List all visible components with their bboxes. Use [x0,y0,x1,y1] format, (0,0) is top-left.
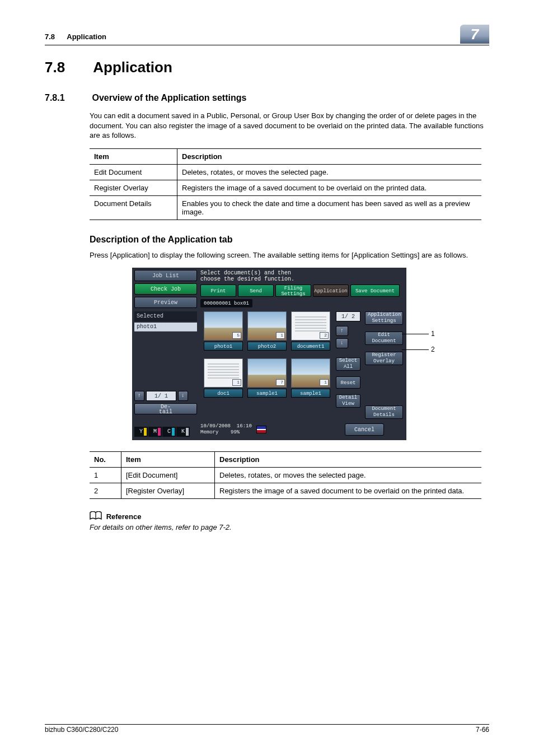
numbered-description-table: No. Item Description 1 [Edit Document] D… [90,451,481,499]
language-flag-icon[interactable] [256,426,266,433]
table1-r3-c2: Enables you to check the date and time a… [177,195,482,220]
thumb-caption: photo2 [247,342,287,351]
thumb-photo2[interactable]: 1 photo2 [247,311,287,354]
tab-application[interactable]: Application [313,284,349,297]
table1-head-desc: Description [177,148,482,164]
callout-1: 1 [431,330,435,338]
table2-r2-c1: 2 [90,483,121,499]
table1-r1-c2: Deletes, rotates, or moves the selected … [177,164,482,180]
thumb-document1[interactable]: 2 document1 [291,311,330,354]
thumb-count: 1 [232,379,241,386]
para-app-tab: Press [Application] to display the follo… [90,250,489,260]
side-page-indicator: 1/ 1 [146,391,176,401]
reference-body: For details on other items, refer to pag… [90,523,489,531]
thumbnail-grid: 5 photo1 1 photo2 2 document1 1 doc1 7 [204,311,330,401]
table-row: Register Overlay Registers the image of … [90,180,481,195]
side-pager: ↑ 1/ 1 ↓ [134,391,197,401]
status-memory-value: 99% [231,430,240,435]
table-row: 2 [Register Overlay] Registers the image… [90,483,481,499]
tab-filing-settings[interactable]: Filing Settings [275,284,311,297]
thumb-sample1b[interactable]: 1 sample1 [291,358,330,401]
table1-r2-c2: Registers the image of a saved document … [177,180,482,195]
thumb-count: 1 [276,332,285,339]
title-number: 7.8 [45,59,90,76]
register-overlay-button[interactable]: Register Overlay [365,352,403,365]
detail-view-button[interactable]: Detail View [336,394,360,408]
tab-send[interactable]: Send [238,284,274,297]
application-settings-button[interactable]: Application Settings [365,311,403,325]
thumb-count: 5 [232,332,241,339]
toner-k-icon: K [176,427,190,437]
page-title: 7.8 Application [45,59,489,76]
check-job-button[interactable]: Check Job [134,283,197,295]
right-sidebar: 1/ 2 ↑ ↓ Select All Reset Detail View Ap… [336,311,403,422]
grid-up-button[interactable]: ↑ [336,326,348,336]
table2-head-item: Item [121,452,215,468]
toner-m-icon: M [148,427,162,437]
left-sidebar: Job List Check Job Preview Selected Docu… [134,270,197,414]
footer-left: bizhub C360/C280/C220 [45,726,118,734]
page-header: 7.8 Application 7 [45,29,489,45]
book-icon [90,511,102,522]
thumb-caption: sample1 [291,389,330,398]
instruction-text: Select document(s) and then choose the d… [200,270,294,282]
header-section-name: Application [67,32,106,41]
chapter-badge: 7 [460,25,489,44]
page-up-button[interactable]: ↑ [134,391,144,401]
table1-r1-c1: Edit Document [90,164,177,180]
grid-page-indicator: 1/ 2 [336,311,360,321]
selected-documents-label: Selected Documents [134,311,197,321]
status-memory-label: Memory [200,430,218,435]
subsection-text: Overview of the Application settings [92,93,246,102]
item-description-table: Item Description Edit Document Deletes, … [90,148,481,220]
thumb-doc1[interactable]: 1 doc1 [204,358,243,401]
table2-head-no: No. [90,452,121,468]
subheading-app-tab: Description of the Application tab [90,235,489,245]
thumb-sample1a[interactable]: 7 sample1 [247,358,287,401]
grid-down-button[interactable]: ↓ [336,338,348,348]
thumb-caption: photo1 [204,342,243,351]
toner-c-icon: C [162,427,176,437]
thumb-caption: sample1 [247,389,287,398]
tab-print[interactable]: Print [200,284,236,297]
application-screenshot: Job List Check Job Preview Selected Docu… [132,268,446,440]
detail-button[interactable]: De- tail [134,403,197,414]
cancel-button[interactable]: Cancel [345,423,384,436]
document-details-button[interactable]: Document Details [365,405,403,419]
table2-r2-c2: [Register Overlay] [121,483,215,499]
table2-r1-c1: 1 [90,468,121,483]
callout-2: 2 [431,346,435,353]
title-text: Application [93,59,172,76]
toner-indicator: Y M C K [134,427,190,437]
table2-r1-c2: [Edit Document] [121,468,215,483]
preview-button[interactable]: Preview [134,297,197,308]
job-list-button[interactable]: Job List [134,270,197,281]
thumb-count: 1 [320,379,329,386]
tab-save-document[interactable]: Save Document [350,284,400,297]
status-time: 16:10 [237,423,252,429]
table2-r1-c3: Deletes, rotates, or moves the selected … [215,468,482,483]
table1-r2-c1: Register Overlay [90,180,177,195]
reference-block: Reference For details on other items, re… [90,511,489,531]
page-down-button[interactable]: ↓ [178,391,188,401]
select-all-button[interactable]: Select All [336,357,360,371]
toner-y-icon: Y [134,427,148,437]
table-row: Edit Document Deletes, rotates, or moves… [90,164,481,180]
thumb-count: 7 [276,379,285,386]
thumb-photo1[interactable]: 5 photo1 [204,311,243,354]
subsection-title: 7.8.1 Overview of the Application settin… [45,93,489,103]
thumb-caption: doc1 [204,389,243,398]
table-row: 1 [Edit Document] Deletes, rotates, or m… [90,468,481,483]
reference-title: Reference [106,512,142,521]
table1-r3-c1: Document Details [90,195,177,220]
status-date: 10/09/2008 [200,423,231,429]
status-bar: 10/09/2008 16:10 Memory 99% [200,422,266,437]
subsection-number: 7.8.1 [45,93,90,103]
table2-r2-c3: Registers the image of a saved document … [215,483,482,499]
table-row: Document Details Enables you to check th… [90,195,481,220]
device-panel: Job List Check Job Preview Selected Docu… [132,268,406,440]
tab-bar: Print Send Filing Settings Application S… [200,284,400,297]
reset-button[interactable]: Reset [336,376,360,389]
edit-document-button[interactable]: Edit Document [365,332,403,345]
table2-head-desc: Description [215,452,482,468]
